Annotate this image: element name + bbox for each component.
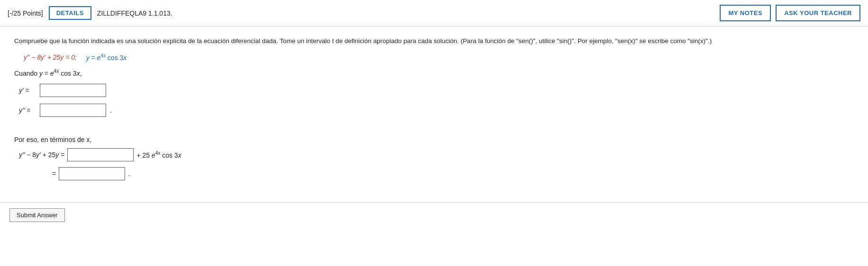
combined-eq-row2: = . (52, 167, 854, 180)
dyy-row: y'' = . (19, 104, 854, 117)
submit-section: Submit Answer (0, 202, 868, 228)
combined-label: y'' − 8y' + 25y = (19, 151, 64, 159)
combined-eq-row1: y'' − 8y' + 25y = + 25 e4x cos 3x (19, 148, 854, 161)
main-equation: y'' − 8y' + 25y = 0; y = e4x cos 3x (24, 53, 854, 62)
submit-button[interactable]: Submit Answer (9, 208, 65, 222)
combined-input1[interactable] (67, 148, 134, 161)
content-area: Compruebe que la función indicada es una… (0, 27, 868, 197)
dyy-label: y'' = (19, 106, 36, 114)
problem-description: Compruebe que la función indicada es una… (14, 36, 854, 46)
problem-id: ZILLDIFFEQLA9 1.1.013. (97, 9, 714, 17)
combined-middle: + 25 e4x cos 3x (136, 151, 181, 159)
my-notes-button[interactable]: MY NOTES (720, 5, 771, 21)
dy-input[interactable] (40, 84, 106, 97)
points-label: [-/25 Points] (8, 9, 43, 17)
dot-after-dyy: . (110, 106, 112, 114)
dy-row: y' = (19, 84, 854, 97)
combined-input2[interactable] (59, 167, 125, 180)
header-buttons: MY NOTES ASK YOUR TEACHER (720, 5, 860, 21)
when-line: Cuando y = e4x cos 3x, (14, 69, 854, 77)
details-button[interactable]: DETAILS (49, 6, 91, 20)
eq-left: y'' − 8y' + 25y = 0; (24, 53, 77, 61)
header: [-/25 Points] DETAILS ZILLDIFFEQLA9 1.1.… (0, 0, 868, 27)
equals-sign: = (52, 170, 56, 177)
ask-teacher-button[interactable]: ASK YOUR TEACHER (776, 5, 860, 21)
eq-right: y = e4x cos 3x (81, 53, 127, 62)
dot-after-combined: . (128, 170, 130, 177)
dyy-input[interactable] (40, 104, 106, 117)
dy-label: y' = (19, 87, 36, 94)
therefore-line: Por eso, en términos de x, (14, 136, 854, 143)
